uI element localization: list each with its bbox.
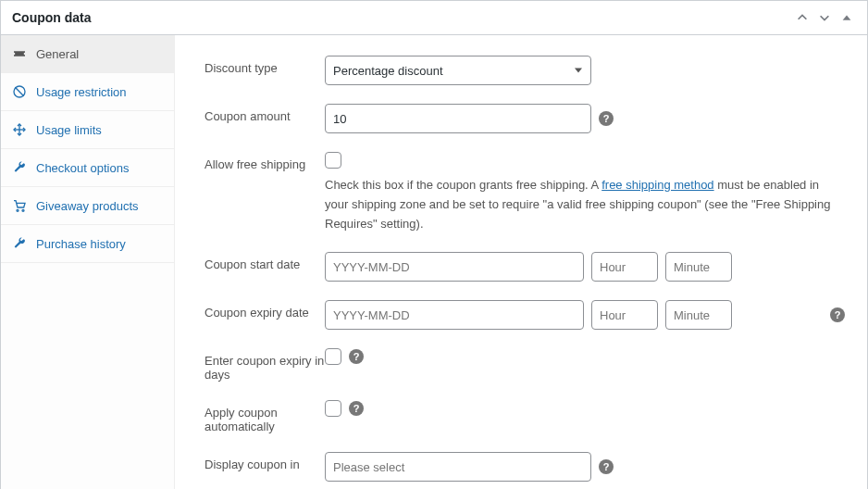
label-expiry-date: Coupon expiry date xyxy=(205,300,325,320)
free-shipping-link[interactable]: free shipping method xyxy=(601,178,713,192)
auto-apply-checkbox[interactable] xyxy=(325,400,341,417)
panel-body: General Usage restriction Usage limits C… xyxy=(1,35,867,489)
expiry-days-checkbox[interactable] xyxy=(325,348,341,365)
help-icon[interactable]: ? xyxy=(830,307,845,322)
move-icon xyxy=(12,122,27,137)
free-shipping-desc: Check this box if the coupon grants free… xyxy=(325,176,843,233)
label-start-date: Coupon start date xyxy=(205,252,325,271)
row-free-shipping: Allow free shipping Check this box if th… xyxy=(205,143,845,243)
row-discount-type: Discount type Percentage discount xyxy=(205,46,845,94)
start-hour-input[interactable] xyxy=(591,252,658,282)
label-display-in: Display coupon in xyxy=(205,452,325,471)
row-coupon-amount: Coupon amount ? xyxy=(205,94,845,143)
help-icon[interactable]: ? xyxy=(599,459,614,474)
sidebar-item-giveaway-products[interactable]: Giveaway products xyxy=(1,187,174,225)
form-area: Discount type Percentage discount Coupon… xyxy=(175,35,867,489)
display-in-input[interactable] xyxy=(325,452,591,482)
sidebar-item-usage-limits[interactable]: Usage limits xyxy=(1,111,174,149)
start-minute-input[interactable] xyxy=(665,252,732,282)
ticket-icon xyxy=(12,46,27,61)
sidebar-item-usage-restriction[interactable]: Usage restriction xyxy=(1,73,174,111)
svg-marker-0 xyxy=(843,15,851,19)
coupon-amount-input[interactable] xyxy=(325,104,591,133)
sidebar-item-label: Usage limits xyxy=(36,123,102,137)
sidebar-item-label: General xyxy=(36,47,79,61)
label-coupon-amount: Coupon amount xyxy=(205,104,325,123)
coupon-data-panel: Coupon data General xyxy=(0,0,868,489)
row-start-date: Coupon start date xyxy=(205,243,845,291)
help-icon[interactable]: ? xyxy=(599,111,614,126)
label-free-shipping: Allow free shipping xyxy=(205,152,325,171)
block-icon xyxy=(12,84,27,99)
sidebar-item-label: Usage restriction xyxy=(36,85,127,99)
svg-point-3 xyxy=(17,209,19,211)
panel-header-controls xyxy=(793,8,856,27)
collapse-toggle-icon[interactable] xyxy=(837,8,856,27)
row-auto-apply: Apply coupon automatically ? xyxy=(205,391,845,443)
move-down-icon[interactable] xyxy=(815,8,834,27)
move-up-icon[interactable] xyxy=(793,8,812,27)
panel-header: Coupon data xyxy=(1,1,867,35)
sidebar-item-checkout-options[interactable]: Checkout options xyxy=(1,149,174,187)
wrench-icon xyxy=(12,236,27,251)
svg-line-2 xyxy=(15,87,23,95)
sidebar: General Usage restriction Usage limits C… xyxy=(1,35,175,489)
expiry-date-input[interactable] xyxy=(325,300,584,330)
expiry-hour-input[interactable] xyxy=(591,300,658,330)
start-date-input[interactable] xyxy=(325,252,584,282)
sidebar-item-label: Giveaway products xyxy=(36,199,139,213)
expiry-minute-input[interactable] xyxy=(665,300,732,330)
cart-icon xyxy=(12,198,27,213)
free-shipping-checkbox[interactable] xyxy=(325,152,341,169)
row-expiry-date: Coupon expiry date ? xyxy=(205,291,845,339)
label-auto-apply: Apply coupon automatically xyxy=(205,400,325,433)
label-expiry-days: Enter coupon expiry in days xyxy=(205,348,325,382)
sidebar-item-label: Purchase history xyxy=(36,237,126,251)
help-icon[interactable]: ? xyxy=(349,349,364,364)
sidebar-item-general[interactable]: General xyxy=(1,35,174,73)
svg-point-4 xyxy=(22,209,24,211)
discount-type-select[interactable]: Percentage discount xyxy=(325,56,591,85)
sidebar-item-purchase-history[interactable]: Purchase history xyxy=(1,225,174,263)
wrench-icon xyxy=(12,160,27,175)
sidebar-item-label: Checkout options xyxy=(36,161,129,175)
label-discount-type: Discount type xyxy=(205,56,325,75)
help-icon[interactable]: ? xyxy=(349,401,364,416)
panel-title: Coupon data xyxy=(12,10,92,25)
row-display-in: Display coupon in ? xyxy=(205,443,845,489)
row-expiry-days: Enter coupon expiry in days ? xyxy=(205,339,845,391)
